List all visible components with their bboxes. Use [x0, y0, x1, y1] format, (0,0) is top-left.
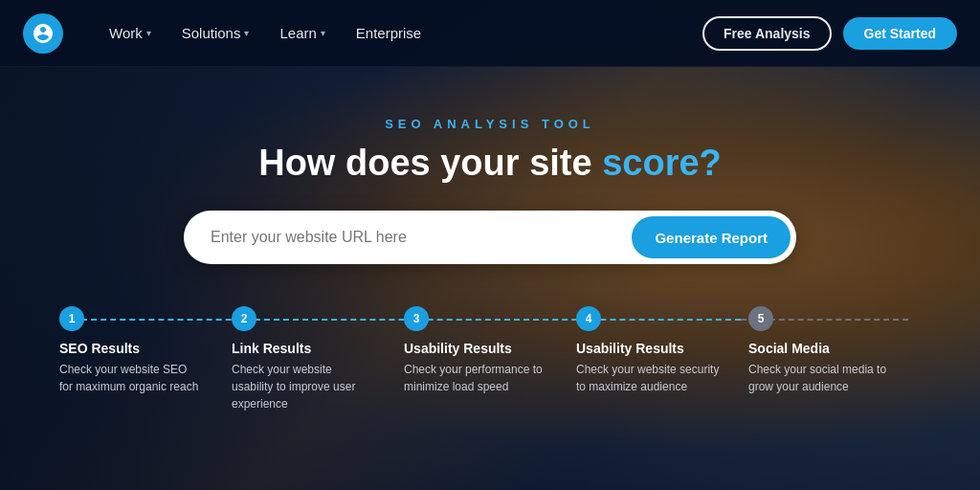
step-number-1: 1	[69, 312, 76, 325]
step-item-2: 2 Link Results Check your website usabil…	[232, 306, 404, 412]
nav-work-label: Work	[109, 25, 143, 41]
step-title-1: SEO Results	[59, 341, 140, 356]
main-content: SEO ANALYSIS TOOL How does your site sco…	[0, 67, 980, 412]
step-number-4: 4	[586, 312, 592, 325]
chevron-down-icon: ▾	[321, 28, 325, 38]
step-item-1: 1 SEO Results Check your website SEO for…	[59, 306, 232, 395]
logo[interactable]	[23, 13, 63, 54]
step-circle-4: 4	[576, 306, 601, 331]
step-circle-3: 3	[404, 306, 429, 331]
step-title-3: Usability Results	[404, 341, 512, 356]
step-title-5: Social Media	[748, 341, 830, 356]
free-analysis-button[interactable]: Free Analysis	[702, 16, 832, 51]
step-number-3: 3	[413, 312, 420, 325]
nav-item-work[interactable]: Work ▾	[98, 19, 163, 47]
hero-headline: How does your site score?	[258, 143, 722, 184]
nav-learn-label: Learn	[279, 25, 316, 41]
generate-report-button[interactable]: Generate Report	[632, 216, 791, 258]
step-item-5: 5 Social Media Check your social media t…	[748, 306, 921, 395]
nav-links: Work ▾ Solutions ▾ Learn ▾ Enterprise	[98, 19, 702, 47]
step-circle-5: 5	[748, 306, 773, 331]
step-number-2: 2	[241, 312, 248, 325]
nav-item-solutions[interactable]: Solutions ▾	[170, 19, 261, 47]
step-desc-4: Check your website security to maximize …	[576, 361, 720, 395]
step-title-4: Usability Results	[576, 341, 684, 356]
headline-part1: How does your site	[258, 143, 602, 183]
headline-highlight: score?	[602, 143, 722, 183]
chevron-down-icon: ▾	[244, 28, 249, 38]
nav-actions: Free Analysis Get Started	[702, 16, 957, 51]
step-desc-1: Check your website SEO for maximum organ…	[59, 361, 203, 395]
step-item-3: 3 Usability Results Check your performan…	[404, 306, 576, 395]
get-started-button[interactable]: Get Started	[843, 17, 957, 50]
step-circle-1: 1	[59, 306, 84, 331]
nav-solutions-label: Solutions	[182, 25, 241, 41]
step-item-4: 4 Usability Results Check your website s…	[576, 306, 748, 395]
nav-enterprise-label: Enterprise	[356, 25, 421, 41]
chevron-down-icon: ▾	[146, 28, 151, 38]
search-bar: Generate Report	[184, 211, 796, 264]
step-desc-3: Check your performance to minimize load …	[404, 361, 547, 395]
step-title-2: Link Results	[232, 341, 311, 356]
nav-item-learn[interactable]: Learn ▾	[268, 19, 336, 47]
step-desc-5: Check your social media to grow your aud…	[748, 361, 892, 395]
navbar: Work ▾ Solutions ▾ Learn ▾ Enterprise Fr…	[0, 0, 980, 67]
steps-container: 1 SEO Results Check your website SEO for…	[59, 306, 921, 412]
seo-analysis-label: SEO ANALYSIS TOOL	[385, 117, 595, 131]
step-number-5: 5	[758, 312, 765, 325]
step-desc-2: Check your website usability to improve …	[232, 361, 375, 412]
nav-item-enterprise[interactable]: Enterprise	[345, 19, 433, 47]
step-circle-2: 2	[232, 306, 256, 331]
url-search-input[interactable]	[211, 229, 632, 246]
